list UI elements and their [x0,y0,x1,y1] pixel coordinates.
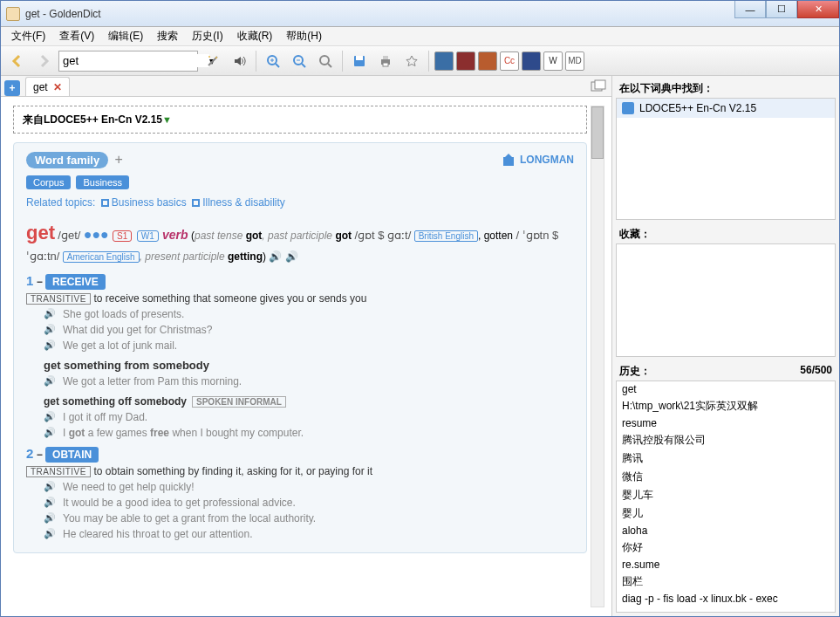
search-box[interactable]: ▾ [58,51,198,72]
svg-line-10 [302,64,305,67]
save-button[interactable] [348,50,371,72]
speaker-icon[interactable]: 🔊 [44,427,56,438]
sound-button[interactable] [228,50,250,72]
history-count: 56/500 [800,364,832,379]
dict-toggle[interactable]: MD [565,51,584,71]
speaker-icon[interactable]: 🔊 [44,528,56,539]
tab-close-icon[interactable]: ✕ [53,81,62,93]
speaker-icon[interactable]: 🔊 [44,375,56,387]
toolbar: ▾ CcWMD [1,46,839,76]
history-list[interactable]: getH:\tmp_work\21实际英汉双解resume腾讯控股有限公司腾讯微… [616,380,836,613]
signpost: RECEIVE [45,274,106,290]
scrollbar[interactable] [591,106,604,607]
menu-search[interactable]: 搜索 [150,27,185,45]
svg-rect-17 [383,56,388,59]
forward-button[interactable] [32,50,55,72]
history-item[interactable]: re.sume [617,557,835,572]
dict-toggle[interactable]: W [543,51,563,71]
register-label: SPOKEN INFORMAL [192,396,286,408]
pattern: get something from somebody [44,359,574,372]
dict-toggle[interactable] [456,51,475,71]
history-item[interactable]: diag -p - fis load -x linux.bk - exec [617,591,835,607]
menu-favorites[interactable]: 收藏(R) [230,27,280,45]
new-window-icon[interactable] [591,79,606,93]
speaker-icon[interactable]: 🔊 [44,512,56,524]
dict-toggle[interactable] [522,51,541,71]
speaker-icon[interactable]: 🔊 [44,411,56,422]
back-button[interactable] [6,50,29,72]
transitivity: TRANSITIVE [26,466,91,477]
topic-link[interactable]: Illness & disability [202,196,285,209]
headword-line: get /ɡet/ ●●● S1 W1 verb (past tense got… [26,217,574,266]
menu-help[interactable]: 帮助(H) [279,27,329,45]
dict-toggle[interactable] [434,51,454,71]
speaker-icon[interactable]: 🔊 [285,250,298,263]
tab-bar: + get ✕ [1,76,611,97]
menu-file[interactable]: 文件(F) [4,27,52,45]
menu-history[interactable]: 历史(I) [185,27,229,45]
svg-rect-21 [503,157,514,166]
favorites-header: 收藏： [616,225,836,243]
signpost: OBTAIN [45,447,99,463]
print-button[interactable] [374,50,397,72]
maximize-button[interactable]: ☐ [766,1,797,18]
history-item[interactable]: 腾讯 [617,449,835,468]
dict-list[interactable]: LDOCE5++ En-Cn V2.15 [616,98,836,220]
pattern: get something off somebodySPOKEN INFORMA… [44,394,574,408]
dict-item[interactable]: LDOCE5++ En-Cn V2.15 [617,99,835,118]
speaker-icon[interactable]: 🔊 [44,497,56,508]
dict-toggle[interactable] [478,51,497,71]
zoom-reset-button[interactable] [314,50,337,72]
history-item[interactable]: 围栏 [617,572,835,591]
history-item[interactable]: aloha [617,523,835,538]
history-item[interactable]: 腾讯控股有限公司 [617,431,835,449]
menu-edit[interactable]: 编辑(E) [101,27,150,45]
minimize-button[interactable]: — [734,1,766,18]
close-button[interactable]: ✕ [797,1,839,18]
speaker-icon[interactable]: 🔊 [44,324,56,335]
speaker-icon[interactable]: 🔊 [44,339,56,351]
history-item[interactable]: 婴儿 [617,504,835,523]
dict-bar: CcWMD [434,51,584,71]
speaker-icon[interactable]: 🔊 [269,250,282,263]
zoom-in-button[interactable] [262,50,284,72]
window-title: get - GoldenDict [25,8,101,20]
svg-rect-20 [595,80,605,89]
history-item[interactable]: 微信 [617,468,835,486]
menu-view[interactable]: 查看(V) [52,27,101,45]
history-item[interactable]: H:\tmp_work\21实际英汉双解 [617,397,835,415]
sense-2: 2 − OBTAIN TRANSITIVE to obtain somethin… [26,446,574,540]
scroll-thumb[interactable] [591,106,604,159]
topic-link[interactable]: Business basics [112,196,187,209]
svg-point-12 [320,56,329,65]
favorite-button[interactable] [400,50,423,72]
history-item[interactable]: 婴儿车 [617,486,835,504]
history-item[interactable]: resume [617,415,835,431]
related-topics: Related topics: Business basics Illness … [26,196,574,209]
collapse-icon[interactable]: ▼ [162,114,172,125]
freq-w1: W1 [137,230,159,242]
article-pane[interactable]: 来自LDOCE5++ En-Cn V2.15▼ Word family + LO… [1,97,611,616]
speaker-icon[interactable]: 🔊 [44,481,56,492]
svg-line-6 [276,64,279,67]
history-header: 历史： [619,364,651,379]
add-tab-button[interactable]: + [4,80,20,96]
svg-point-3 [215,57,217,58]
headword: get [26,222,55,243]
search-input[interactable] [63,54,209,67]
history-item[interactable]: 你好 [617,538,835,557]
dict-toggle[interactable]: Cc [500,51,519,71]
speaker-icon[interactable]: 🔊 [44,308,56,319]
history-item[interactable]: get [617,381,835,397]
corpus-badge[interactable]: Corpus [26,175,71,189]
favorites-list[interactable] [616,243,836,357]
expand-icon[interactable]: + [115,152,123,167]
tab-get[interactable]: get ✕ [25,77,70,96]
svg-rect-18 [383,63,388,66]
menu-bar: 文件(F) 查看(V) 编辑(E) 搜索 历史(I) 收藏(R) 帮助(H) [1,27,839,46]
ame-label: American English [63,251,140,263]
wand-button[interactable] [201,50,224,72]
zoom-out-button[interactable] [288,50,311,72]
word-family-badge[interactable]: Word family [26,152,108,168]
business-badge[interactable]: Business [76,175,129,189]
